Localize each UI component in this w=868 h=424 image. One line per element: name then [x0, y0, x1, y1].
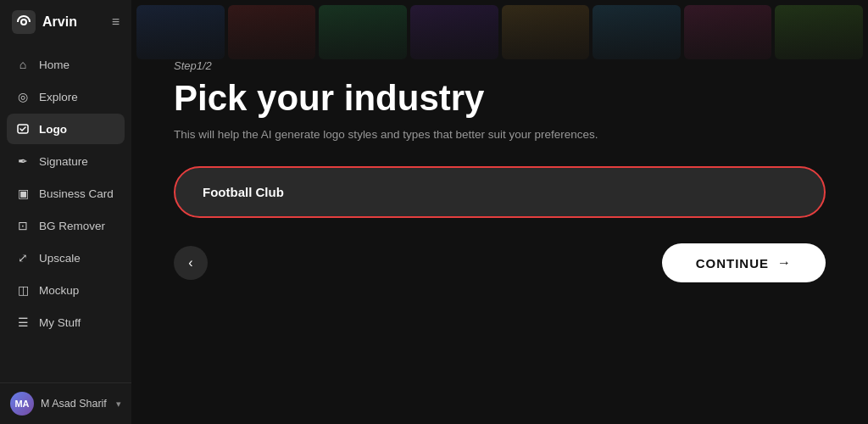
- upscale-icon: ⤢: [15, 250, 31, 265]
- user-profile[interactable]: MA M Asad Sharif ▾: [0, 382, 131, 424]
- sidebar-item-label: Explore: [39, 91, 78, 103]
- mockup-icon: ◫: [15, 282, 31, 298]
- continue-button[interactable]: CONTINUE →: [662, 243, 826, 282]
- arvin-logo-icon: [12, 10, 36, 34]
- sidebar-item-home[interactable]: ⌂ Home: [7, 49, 125, 80]
- mosaic-tile: [684, 5, 772, 59]
- sidebar-nav: ⌂ Home ◎ Explore Logo ✒ Signature ▣ Busi…: [0, 44, 131, 382]
- sidebar-item-label: BG Remover: [39, 220, 105, 232]
- sidebar-item-business-card[interactable]: ▣ Business Card: [7, 178, 125, 209]
- sidebar: Arvin ≡ ⌂ Home ◎ Explore Logo ✒ Signatur…: [0, 0, 131, 424]
- page-title: Pick your industry: [174, 79, 826, 118]
- sidebar-item-label: Home: [39, 59, 70, 71]
- explore-icon: ◎: [15, 89, 31, 104]
- home-icon: ⌂: [15, 57, 31, 72]
- sidebar-logo: Arvin: [12, 10, 77, 34]
- background-mosaic: [131, 0, 868, 68]
- sidebar-item-label: Signature: [39, 155, 88, 168]
- svg-rect-0: [12, 10, 36, 34]
- avatar: MA: [10, 392, 34, 416]
- page-subtitle: This will help the AI generate logo styl…: [174, 128, 826, 141]
- mosaic-tile: [410, 5, 498, 59]
- logo-icon: [15, 121, 31, 137]
- main-content: Step1/2 Pick your industry This will hel…: [131, 0, 868, 424]
- mosaic-tile: [502, 5, 590, 59]
- sidebar-item-label: My Stuff: [39, 316, 81, 329]
- mosaic-tile: [228, 5, 316, 59]
- sidebar-item-upscale[interactable]: ⤢ Upscale: [7, 243, 125, 273]
- mosaic-tile: [136, 5, 225, 59]
- sidebar-item-label: Mockup: [39, 284, 79, 297]
- mosaic-tile: [775, 5, 863, 59]
- user-name: M Asad Sharif: [41, 398, 109, 410]
- chevron-down-icon: ▾: [116, 399, 121, 410]
- sidebar-item-label: Business Card: [39, 187, 114, 200]
- step-label: Step1/2: [174, 59, 826, 72]
- sidebar-item-explore[interactable]: ◎ Explore: [7, 81, 125, 112]
- mosaic-tile: [319, 5, 407, 59]
- back-button[interactable]: ‹: [174, 246, 208, 280]
- my-stuff-icon: ☰: [15, 315, 31, 330]
- sidebar-item-label: Logo: [39, 123, 67, 136]
- bg-remover-icon: ⊡: [15, 218, 31, 233]
- sidebar-header: Arvin ≡: [0, 0, 131, 44]
- sidebar-item-logo[interactable]: Logo: [7, 114, 125, 144]
- content-area: Step1/2 Pick your industry This will hel…: [131, 59, 868, 282]
- mosaic-tile: [593, 5, 681, 59]
- industry-card-label: Football Club: [203, 185, 284, 199]
- brand-name: Arvin: [42, 14, 77, 30]
- sidebar-item-bg-remover[interactable]: ⊡ BG Remover: [7, 210, 125, 241]
- sidebar-item-signature[interactable]: ✒ Signature: [7, 146, 125, 176]
- sidebar-item-label: Upscale: [39, 252, 81, 265]
- business-card-icon: ▣: [15, 186, 31, 201]
- continue-label: CONTINUE: [696, 256, 769, 271]
- industry-card-football-club[interactable]: Football Club: [174, 166, 826, 218]
- sidebar-item-mockup[interactable]: ◫ Mockup: [7, 275, 125, 305]
- menu-icon[interactable]: ≡: [112, 14, 120, 30]
- signature-icon: ✒: [15, 153, 31, 169]
- actions-row: ‹ CONTINUE →: [174, 243, 826, 282]
- sidebar-item-my-stuff[interactable]: ☰ My Stuff: [7, 307, 125, 338]
- continue-arrow-icon: →: [777, 255, 792, 271]
